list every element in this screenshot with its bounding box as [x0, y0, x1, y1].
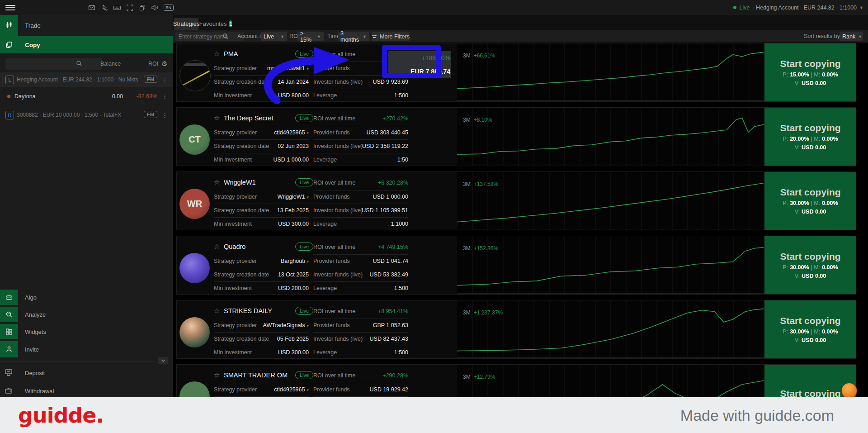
strategy-avatar[interactable] [179, 60, 211, 91]
favourite-star-icon[interactable]: ☆ [214, 114, 220, 122]
tab-favourites[interactable]: Favourites 1 [199, 18, 232, 30]
favourite-star-icon[interactable]: ☆ [214, 178, 220, 186]
detail-value: USD 300.00 [278, 221, 309, 227]
detail-value: +290.28% [382, 372, 408, 379]
fullscreen-icon[interactable] [126, 4, 134, 12]
favourite-star-icon[interactable]: ☆ [214, 50, 220, 58]
sidebar-item-widgets[interactable]: Widgets [0, 324, 173, 339]
strategy-avatar[interactable]: CT [179, 124, 210, 155]
chart-canvas [457, 172, 764, 230]
select-value: > 15% [300, 30, 314, 43]
detail-label: Strategy provider [214, 258, 257, 264]
accounts-search-input[interactable] [5, 58, 102, 70]
tab-strategies[interactable]: Strategies [174, 18, 198, 30]
start-copying-button[interactable]: Start copyingP:30.00%| M:0.00%V:USD 0.00 [764, 172, 856, 230]
account-roi: -82.68% [132, 93, 157, 100]
v-label: V: [795, 144, 800, 151]
copy-stats-line: P:30.00%| M:0.00% [783, 328, 838, 335]
account-row-totalfx[interactable]: D 3000882 · EUR 10 000.00 · 1:500 · Tota… [0, 108, 173, 122]
detail-row: Strategy providerAWTradeSignals▾ [214, 319, 309, 333]
strategy-search-input[interactable] [175, 32, 244, 41]
detail-row: Leverage1:500 [313, 281, 408, 295]
detail-value: USD 1 041.74 [373, 258, 408, 264]
detail-label: Provider funds [313, 129, 350, 136]
chevron-down-icon[interactable]: ▾ [307, 259, 309, 264]
v-value: USD 0.00 [802, 337, 826, 343]
volume-icon[interactable] [151, 4, 159, 12]
account-switcher[interactable]: Live · Hedging Account · EUR 244.82 · 1:… [733, 0, 863, 15]
sort-select[interactable]: Rank▼ [840, 32, 863, 41]
strategy-name: PMA [224, 50, 238, 57]
detail-row: Investor funds (live)USD 1 105 399.51 [313, 204, 408, 218]
chart-period: 3M [463, 245, 471, 252]
detail-value: +8 954.41% [378, 308, 408, 314]
sidebar-item-trade[interactable]: Trade [0, 15, 173, 36]
favourite-star-icon[interactable]: ☆ [214, 371, 220, 379]
performance-chart: 3M+66.61% [457, 43, 764, 101]
kebab-menu-icon[interactable]: ⋮ [162, 76, 168, 83]
detail-value: 1:1000 [391, 221, 408, 227]
chevron-down-icon[interactable]: ▾ [307, 388, 309, 392]
language-selector[interactable]: EN [164, 5, 174, 11]
detail-label: Leverage [313, 92, 337, 99]
start-copying-button[interactable]: Start copyingP:30.00%| M:0.00%V:USD 0.00 [764, 236, 856, 294]
strategy-avatar[interactable]: WR [179, 189, 210, 219]
start-copying-button[interactable]: Start copyingP:30.00%| M:0.00%V:USD 0.00 [764, 300, 856, 358]
copy-stats-line: V:USD 0.00 [795, 80, 826, 86]
more-filters-button[interactable]: More Filters [372, 32, 410, 41]
kebab-menu-icon[interactable]: ⋮ [162, 112, 168, 119]
account-row-hedging[interactable]: L Hedging Account · EUR 244.82 · 1:1000 … [0, 72, 173, 87]
tabs-strip [173, 15, 868, 30]
sidebar-item-withdrawal[interactable]: Withdrawal [0, 383, 173, 399]
detail-label: Strategy creation date [214, 143, 269, 149]
hamburger-menu-icon[interactable] [5, 4, 15, 11]
collapse-chevron-button[interactable] [158, 357, 168, 364]
sidebar-item-analyze[interactable]: Analyze [0, 307, 173, 322]
keyboard-icon[interactable] [113, 4, 121, 12]
detail-value: 1:50 [397, 157, 408, 163]
detail-label: Strategy creation date [214, 271, 269, 278]
strategy-name: STRIKES DAILY [224, 307, 272, 314]
v-label: V: [795, 273, 800, 279]
favourites-count-badge: 1 [229, 20, 232, 27]
strategy-avatar[interactable] [179, 253, 210, 283]
favourite-star-icon[interactable]: ☆ [214, 243, 220, 251]
favourite-star-icon[interactable]: ☆ [214, 307, 220, 315]
chevron-down-icon[interactable]: ▾ [307, 131, 309, 135]
chart-period-roi: +152.36% [474, 245, 498, 252]
chevron-down-icon[interactable]: ▾ [307, 67, 309, 71]
detail-label: Min investment [214, 157, 252, 163]
detail-value: USD 53 382.49 [370, 271, 408, 278]
detail-label: Leverage [313, 157, 337, 163]
sidebar-item-deposit[interactable]: Deposit [0, 365, 173, 381]
detail-value: USD 800.00 [278, 92, 309, 99]
chevron-down-icon[interactable]: ▾ [307, 195, 309, 200]
select-value: Live [264, 33, 274, 40]
detail-label: Provider funds [313, 258, 350, 264]
sidebar-item-algo[interactable]: Algo [0, 290, 173, 305]
strategy-avatar[interactable] [179, 317, 210, 347]
multi-window-icon[interactable] [138, 4, 146, 12]
click-settings-icon[interactable] [100, 4, 108, 12]
start-copying-button[interactable]: Start copyingP:20.00%| M:0.00%V:USD 0.00 [764, 108, 856, 166]
gear-icon[interactable]: ⚙ [161, 60, 167, 68]
sidebar-item-label: Algo [25, 294, 37, 301]
kebab-menu-icon[interactable]: ⋮ [162, 93, 168, 100]
sidebar-item-copy[interactable]: Copy [0, 36, 173, 53]
fm-badge: FM [144, 76, 157, 83]
start-copying-button[interactable]: Start copyingP:15.00%| M:0.00%V:USD 0.00 [764, 43, 856, 101]
mail-icon[interactable] [88, 4, 96, 12]
detail-label: Min investment [214, 221, 252, 227]
account-type-select[interactable]: Live▼ [261, 32, 287, 41]
roi-filter-select[interactable]: > 15%▼ [297, 32, 324, 41]
chevron-down-icon[interactable]: ▾ [307, 324, 309, 328]
m-label: | M: [811, 200, 821, 206]
detail-label: Strategy creation date [214, 79, 269, 85]
time-filter-select[interactable]: 3 months▼ [338, 32, 369, 41]
sort-label: Sort results by [804, 33, 840, 39]
account-row-daytona[interactable]: Daytona 0.00 -82.68% ⋮ [0, 89, 173, 104]
sidebar-item-invite[interactable]: Invite [0, 341, 173, 357]
live-badge: Live [295, 371, 313, 379]
strategy-card: ☆QuadroLiveStrategy providerBarghouti▾St… [176, 236, 856, 295]
detail-label: Strategy provider [214, 322, 257, 328]
